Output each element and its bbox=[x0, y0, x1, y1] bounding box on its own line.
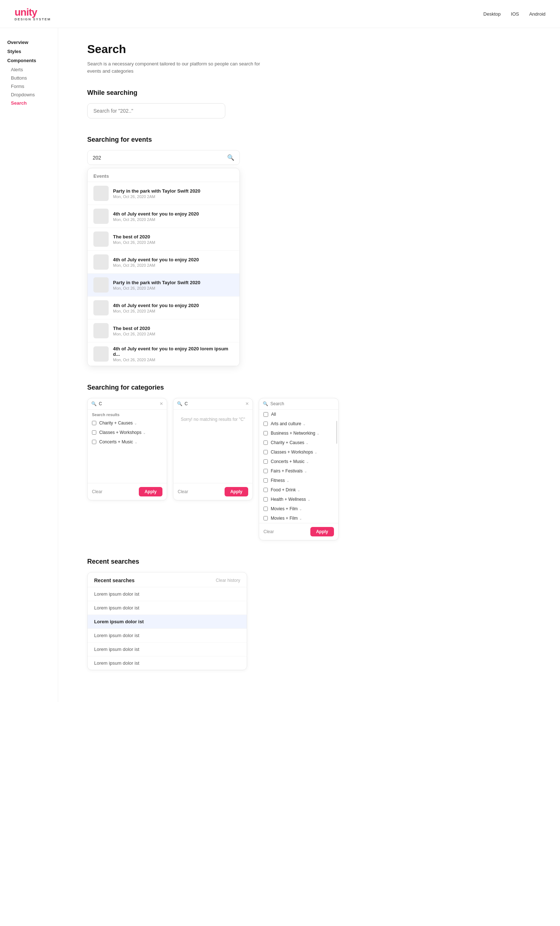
nav-desktop[interactable]: Desktop bbox=[483, 11, 501, 17]
cat-checkbox[interactable] bbox=[92, 440, 96, 444]
cat-item[interactable]: Fitness ⌄ bbox=[259, 476, 338, 485]
sidebar-group-styles: Styles bbox=[7, 49, 50, 54]
chevron-down-icon: ⌄ bbox=[306, 441, 309, 445]
cat-panel1-clear-button[interactable]: Clear bbox=[92, 489, 103, 494]
cat-checkbox[interactable] bbox=[263, 450, 268, 454]
cat-item[interactable]: Business + Networking ⌄ bbox=[259, 428, 338, 438]
cat-item[interactable]: Concerts + Music ⌄ bbox=[259, 457, 338, 466]
cat-item[interactable]: Concerts + Music ⌄ bbox=[88, 437, 167, 446]
event-title: 4th of July event for you to enjoy 2020 bbox=[113, 303, 199, 308]
while-searching-title: While searching bbox=[87, 89, 356, 97]
cat-panel3-clear-button[interactable]: Clear bbox=[263, 529, 274, 534]
cat-panel1-clear-x[interactable]: ✕ bbox=[159, 401, 163, 406]
cat-item[interactable]: Food + Drink ⌄ bbox=[259, 485, 338, 495]
recent-search-item[interactable]: Lorem ipsum dolor ist bbox=[88, 656, 247, 670]
event-thumbnail bbox=[93, 300, 109, 315]
cat-checkbox[interactable] bbox=[263, 459, 268, 464]
sidebar-item-forms[interactable]: Forms bbox=[7, 82, 50, 91]
cat-item[interactable]: Classes + Workshops ⌄ bbox=[88, 428, 167, 437]
cat-search-icon-1: 🔍 bbox=[91, 401, 97, 406]
sidebar-item-components[interactable]: Components bbox=[7, 58, 50, 63]
recent-search-item[interactable]: Lorem ipsum dolor ist bbox=[88, 615, 247, 629]
cat-checkbox[interactable] bbox=[263, 440, 268, 445]
cat-panel1-search-input[interactable] bbox=[99, 401, 157, 406]
cat-checkbox[interactable] bbox=[263, 516, 268, 520]
events-search-input[interactable] bbox=[93, 155, 227, 160]
cat-panel3-search-input[interactable] bbox=[270, 401, 335, 406]
event-thumbnail bbox=[93, 186, 109, 201]
cat-panel3-apply-button[interactable]: Apply bbox=[310, 527, 334, 536]
cat-item[interactable]: Movies + Film ⌄ bbox=[259, 513, 338, 523]
header-nav: Desktop IOS Android bbox=[483, 11, 545, 17]
recent-search-item[interactable]: Lorem ipsum dolor ist bbox=[88, 643, 247, 656]
cat-checkbox[interactable] bbox=[263, 507, 268, 511]
chevron-down-icon: ⌄ bbox=[306, 460, 309, 464]
while-searching-input[interactable] bbox=[93, 108, 219, 114]
event-date: Mon, Oct 26, 2020 2AM bbox=[113, 358, 234, 362]
cat-checkbox[interactable] bbox=[92, 421, 96, 425]
cat-item-label: Business + Networking ⌄ bbox=[271, 431, 319, 436]
cat-item[interactable]: Charity + Causes ⌄ bbox=[88, 418, 167, 428]
cat-checkbox[interactable] bbox=[263, 422, 268, 426]
sidebar-item-alerts[interactable]: Alerts bbox=[7, 65, 50, 74]
event-item[interactable]: Party in the park with Taylor Swift 2020… bbox=[88, 182, 239, 205]
event-title: 4th of July event for you to enjoy 2020 bbox=[113, 211, 199, 216]
cat-all-item[interactable]: All bbox=[259, 410, 338, 419]
recent-searches-list: Lorem ipsum dolor istLorem ipsum dolor i… bbox=[88, 587, 247, 670]
sidebar-item-styles[interactable]: Styles bbox=[7, 49, 50, 54]
cat-panel1-apply-button[interactable]: Apply bbox=[139, 487, 162, 496]
event-info: 4th of July event for you to enjoy 2020 … bbox=[113, 346, 234, 362]
cat-item[interactable]: Arts and culture ⌄ bbox=[259, 419, 338, 428]
cat-checkbox[interactable] bbox=[263, 488, 268, 492]
event-item[interactable]: 4th of July event for you to enjoy 2020 … bbox=[88, 251, 239, 274]
sidebar-item-buttons[interactable]: Buttons bbox=[7, 74, 50, 82]
recent-searches-section: Recent searches Recent searches Clear hi… bbox=[87, 558, 356, 670]
chevron-down-icon: ⌄ bbox=[314, 450, 317, 454]
cat-checkbox[interactable] bbox=[263, 469, 268, 473]
cat-panel2-search-input[interactable] bbox=[185, 401, 243, 406]
clear-history-button[interactable]: Clear history bbox=[216, 578, 240, 583]
event-title: 4th of July event for you to enjoy 2020 … bbox=[113, 346, 234, 357]
cat-item[interactable]: Movies + Film ⌄ bbox=[259, 504, 338, 513]
events-dropdown-header: Events bbox=[88, 168, 239, 182]
sidebar-item-overview[interactable]: Overview bbox=[7, 39, 50, 45]
cat-item[interactable]: Classes + Workshops ⌄ bbox=[259, 447, 338, 457]
event-info: Party in the park with Taylor Swift 2020… bbox=[113, 280, 200, 291]
logo-sub: DESIGN SYSTEM bbox=[15, 17, 51, 21]
cat-all-checkbox[interactable] bbox=[263, 412, 268, 417]
search-events-container: 🔍 Events Party in the park with Taylor S… bbox=[87, 150, 240, 366]
cat-item[interactable]: Fairs + Festivals ⌄ bbox=[259, 466, 338, 476]
nav-ios[interactable]: IOS bbox=[511, 11, 519, 17]
cat-item-label: Fairs + Festivals ⌄ bbox=[271, 469, 307, 474]
cat-panel2-apply-button[interactable]: Apply bbox=[225, 487, 248, 496]
cat-item[interactable]: Charity + Causes ⌄ bbox=[259, 438, 338, 447]
event-item[interactable]: Party in the park with Taylor Swift 2020… bbox=[88, 274, 239, 297]
cat-checkbox[interactable] bbox=[263, 431, 268, 436]
event-thumbnail bbox=[93, 209, 109, 224]
cat-panel-results-inner: 🔍 ✕ Search results Charity + Causes ⌄ Cl… bbox=[88, 398, 167, 500]
cat-panel2-footer: Clear Apply bbox=[173, 483, 253, 500]
event-item[interactable]: 4th of July event for you to enjoy 2020 … bbox=[88, 205, 239, 228]
event-item[interactable]: 4th of July event for you to enjoy 2020 … bbox=[88, 342, 239, 366]
cat-panel-results: 🔍 ✕ Search results Charity + Causes ⌄ Cl… bbox=[87, 398, 167, 501]
cat-checkbox[interactable] bbox=[92, 430, 96, 435]
recent-search-item[interactable]: Lorem ipsum dolor ist bbox=[88, 601, 247, 615]
recent-searches-header: Recent searches Clear history bbox=[88, 572, 247, 587]
sidebar-item-search[interactable]: Search bbox=[7, 99, 50, 107]
event-item[interactable]: 4th of July event for you to enjoy 2020 … bbox=[88, 297, 239, 319]
searching-events-section: Searching for events 🔍 Events Party in t… bbox=[87, 136, 356, 366]
event-item[interactable]: The best of 2020 Mon, Oct 26, 2020 2AM bbox=[88, 319, 239, 342]
sidebar-item-dropdowns[interactable]: Dropdowns bbox=[7, 91, 50, 99]
recent-search-item[interactable]: Lorem ipsum dolor ist bbox=[88, 629, 247, 643]
event-item[interactable]: The best of 2020 Mon, Oct 26, 2020 2AM bbox=[88, 228, 239, 251]
cat-item[interactable]: Health + Wellness ⌄ bbox=[259, 495, 338, 504]
chevron-down-icon: ⌄ bbox=[299, 516, 302, 520]
cat-checkbox[interactable] bbox=[263, 497, 268, 502]
nav-android[interactable]: Android bbox=[529, 11, 545, 17]
cat-panel2-clear-button[interactable]: Clear bbox=[178, 489, 188, 494]
recent-search-item[interactable]: Lorem ipsum dolor ist bbox=[88, 587, 247, 601]
cat-checkbox[interactable] bbox=[263, 478, 268, 483]
cat-panel1-footer: Clear Apply bbox=[88, 483, 167, 500]
cat-panel2-clear-x[interactable]: ✕ bbox=[245, 401, 249, 406]
event-date: Mon, Oct 26, 2020 2AM bbox=[113, 309, 199, 313]
